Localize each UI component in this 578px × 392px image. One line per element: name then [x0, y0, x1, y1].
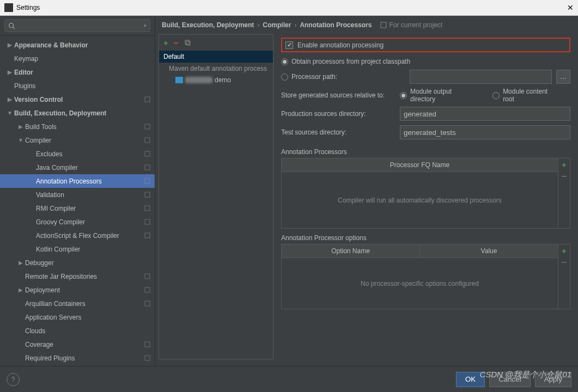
sidebar-item-label: Validation [36, 191, 64, 199]
breadcrumb-item[interactable]: Compiler [263, 21, 291, 29]
sidebar-item-label: Kotlin Compiler [36, 246, 80, 253]
profile-default[interactable]: Default [159, 51, 273, 63]
svg-rect-12 [145, 274, 150, 279]
sidebar-item-arquillian-containers[interactable]: Arquillian Containers [0, 297, 155, 310]
module-content-radio[interactable]: Module content root [492, 88, 561, 103]
help-button[interactable]: ? [7, 373, 20, 386]
svg-point-0 [9, 23, 14, 27]
sidebar-item-label: Debugger [25, 259, 54, 267]
svg-rect-3 [145, 124, 150, 129]
svg-rect-6 [145, 165, 150, 170]
add-processor-button[interactable]: + [558, 158, 570, 170]
module-output-radio[interactable]: Module output directory [400, 88, 478, 103]
radio-icon [400, 92, 407, 99]
sidebar-item-version-control[interactable]: ▶Version Control [0, 93, 155, 106]
svg-rect-5 [145, 151, 150, 156]
apply-button[interactable]: Apply [535, 372, 571, 387]
radio-icon [492, 92, 500, 99]
sidebar-item-application-servers[interactable]: Application Servers [0, 310, 155, 324]
checkbox-icon [285, 41, 293, 49]
scope-label: For current project [389, 21, 442, 29]
sidebar-item-java-compiler[interactable]: Java Compiler [0, 161, 155, 174]
sidebar-item-label: Appearance & Behavior [14, 41, 88, 49]
sidebar-item-remote-jar-repositories[interactable]: Remote Jar Repositories [0, 270, 155, 283]
close-icon[interactable]: ✕ [567, 3, 574, 12]
sidebar-item-excludes[interactable]: Excludes [0, 147, 155, 161]
chevron-down-icon[interactable]: ▾ [144, 23, 147, 28]
obtain-from-classpath-radio[interactable]: Obtain processors from project classpath [281, 58, 410, 65]
sidebar-item-editor[interactable]: ▶Editor [0, 65, 155, 79]
tree-arrow-icon: ▶ [5, 69, 14, 75]
svg-rect-19 [186, 41, 190, 45]
search-input[interactable]: ▾ [4, 19, 150, 32]
sidebar-item-label: Arquillian Containers [25, 300, 86, 308]
copy-profile-button[interactable] [184, 39, 191, 46]
tree-arrow-icon: ▶ [16, 260, 25, 266]
sidebar-item-debugger[interactable]: ▶Debugger [0, 256, 155, 270]
processors-table[interactable]: Processor FQ Name Compiler will run all … [281, 158, 570, 229]
table-empty-text: No processor-specific options configured [282, 258, 558, 309]
processor-path-radio[interactable]: Processor path: [281, 73, 400, 81]
sidebar-item-actionscript-flex-compiler[interactable]: ActionScript & Flex Compiler [0, 229, 155, 242]
tree-arrow-icon: ▼ [5, 110, 14, 116]
sidebar-item-label: RMI Compiler [36, 205, 76, 212]
search-field[interactable] [17, 22, 144, 30]
sidebar-item-build-execution-deployment[interactable]: ▼Build, Execution, Deployment [0, 106, 155, 120]
sidebar-item-validation[interactable]: Validation [0, 188, 155, 201]
add-option-button[interactable]: + [558, 244, 570, 256]
breadcrumb-item: Annotation Processors [300, 21, 372, 29]
radio-label: Obtain processors from project classpath [291, 58, 410, 65]
chevron-right-icon: › [294, 21, 296, 29]
sidebar-item-deployment[interactable]: ▶Deployment [0, 283, 155, 297]
svg-rect-15 [145, 342, 150, 347]
sidebar-item-label: Build Tools [25, 123, 57, 131]
sidebar-item-label: Editor [14, 69, 33, 76]
module-name: demo [215, 76, 231, 84]
prod-dir-input[interactable] [400, 107, 570, 121]
sidebar-item-groovy-compiler[interactable]: Groovy Compiler [0, 215, 155, 229]
sidebar-item-compiler[interactable]: ▼Compiler [0, 133, 155, 147]
profile-module[interactable]: demo [159, 75, 273, 85]
test-dir-label: Test sources directory: [281, 128, 400, 136]
sidebar-item-build-tools[interactable]: ▶Build Tools [0, 120, 155, 133]
sidebar-item-keymap[interactable]: Keymap [0, 52, 155, 65]
profile-list[interactable]: Default Maven default annotation process… [159, 51, 273, 359]
project-scope-icon [144, 232, 150, 238]
svg-rect-8 [145, 192, 150, 197]
prod-dir-label: Production sources directory: [281, 110, 400, 118]
copy-icon [184, 39, 191, 46]
sidebar-item-label: Build, Execution, Deployment [14, 109, 106, 117]
sidebar-item-kotlin-compiler[interactable]: Kotlin Compiler [0, 242, 155, 256]
cancel-button[interactable]: Cancel [489, 372, 531, 387]
ok-button[interactable]: OK [456, 372, 485, 387]
profile-maven[interactable]: Maven default annotation process [159, 63, 273, 75]
module-icon [175, 77, 183, 83]
sidebar-item-label: Coverage [25, 341, 53, 348]
sidebar-item-label: Required Plugins [25, 354, 75, 362]
svg-rect-7 [145, 179, 150, 183]
radio-label: Module output directory [410, 88, 478, 103]
settings-tree[interactable]: ▶Appearance & BehaviorKeymap▶EditorPlugi… [0, 36, 155, 366]
sidebar-item-annotation-processors[interactable]: Annotation Processors [0, 174, 155, 188]
svg-rect-13 [145, 287, 150, 292]
sidebar-item-coverage[interactable]: Coverage [0, 338, 155, 351]
breadcrumb-item[interactable]: Build, Execution, Deployment [162, 21, 254, 29]
scope-indicator: For current project [380, 21, 442, 29]
sidebar-item-required-plugins[interactable]: Required Plugins [0, 351, 155, 365]
options-table[interactable]: Option Name Value No processor-specific … [281, 244, 570, 309]
sidebar-item-clouds[interactable]: Clouds [0, 324, 155, 338]
sidebar-item-plugins[interactable]: Plugins [0, 79, 155, 93]
sidebar-item-appearance-behavior[interactable]: ▶Appearance & Behavior [0, 38, 155, 52]
chevron-right-icon: › [257, 21, 259, 29]
sidebar-item-label: Excludes [36, 150, 63, 158]
enable-annotation-checkbox[interactable]: Enable annotation processing [285, 41, 384, 49]
table-empty-text: Compiler will run all automatically disc… [282, 172, 558, 228]
project-scope-icon [144, 164, 150, 170]
add-profile-button[interactable]: + [163, 38, 168, 47]
remove-profile-button[interactable]: − [174, 38, 179, 47]
test-dir-input[interactable] [400, 125, 570, 139]
project-scope-icon [144, 205, 150, 211]
sidebar-item-rmi-compiler[interactable]: RMI Compiler [0, 201, 155, 215]
sidebar-item-label: Keymap [14, 55, 38, 63]
radio-label: Module content root [503, 88, 561, 103]
